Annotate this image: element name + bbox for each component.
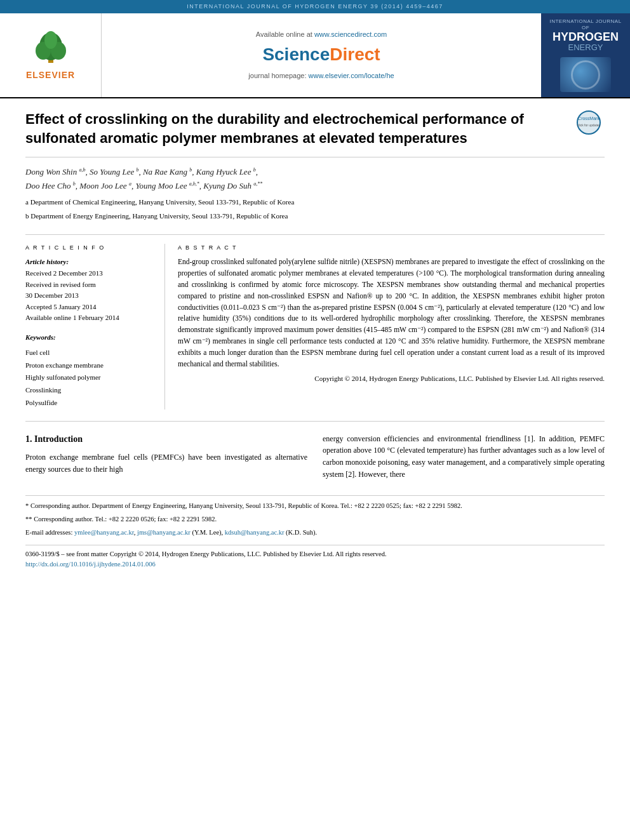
email-kdsuh[interactable]: kdsuh@hanyang.ac.kr (225, 529, 285, 536)
journal-header-bar: INTERNATIONAL JOURNAL OF HYDROGEN ENERGY… (0, 0, 630, 13)
abstract-label: A B S T R A C T (178, 244, 605, 252)
footer-email-line: E-mail addresses: ymlee@hanyang.ac.kr, j… (25, 528, 605, 538)
received-revised: Received in revised form (25, 279, 154, 291)
info-abstract-section: A R T I C L E I N F O Article history: R… (25, 234, 605, 410)
email-jms[interactable]: jms@hanyang.ac.kr (137, 529, 191, 536)
svg-point-4 (44, 31, 57, 49)
keyword-1: Fuel cell (25, 347, 154, 359)
keyword-2: Proton exchange membrane (25, 359, 154, 372)
footer-corresponding-2: ** Corresponding author. Tel.: +82 2 222… (25, 514, 605, 525)
authors-line: Dong Won Shin a,b, So Young Lee b, Na Ra… (25, 165, 605, 193)
body-left: 1. Introduction Proton exchange membrane… (25, 433, 307, 480)
elsevier-tree-icon (25, 29, 76, 67)
journal-homepage-link[interactable]: www.elsevier.com/locate/he (309, 72, 394, 79)
email-ymlee[interactable]: ymlee@hanyang.ac.kr (74, 529, 134, 536)
crossmark-area: CrossMark click for updates (573, 110, 605, 135)
abstract-section: A B S T R A C T End-group crosslinked su… (178, 244, 605, 410)
available-online: Available online 1 February 2014 (25, 312, 154, 324)
received-revised-date: 30 December 2013 (25, 290, 154, 302)
authors-section: Dong Won Shin a,b, So Young Lee b, Na Ra… (25, 157, 605, 228)
introduction-heading: 1. Introduction (25, 433, 307, 446)
direct-text: Direct (330, 44, 380, 64)
doi-line: http://dx.doi.org/10.1016/j.ijhydene.201… (25, 559, 605, 570)
branding-area: ELSEVIER Available online at www.science… (0, 13, 630, 99)
body-right: energy conversion efficiencies and envir… (323, 433, 605, 480)
copyright-line: Copyright © 2014, Hydrogen Energy Public… (178, 374, 605, 383)
main-content: Effect of crosslinking on the durability… (0, 98, 630, 570)
issn-line: 0360-3199/$ – see front matter Copyright… (25, 549, 605, 560)
journal-cover-graphic (560, 57, 611, 92)
science-text: Science (262, 44, 330, 64)
section-divider (25, 421, 605, 422)
authors-text: Dong Won Shin a,b, So Young Lee b, Na Ra… (25, 167, 262, 190)
article-info-label: A R T I C L E I N F O (25, 244, 154, 252)
sciencedirect-link[interactable]: www.sciencedirect.com (314, 30, 387, 38)
paper-title: Effect of crosslinking on the durability… (25, 110, 560, 147)
affiliation-b: b Department of Energy Engineering, Hany… (25, 211, 605, 222)
body-content: 1. Introduction Proton exchange membrane… (25, 433, 605, 480)
journal-homepage-line: journal homepage: www.elsevier.com/locat… (248, 71, 394, 81)
article-history: Article history: Received 2 December 201… (25, 257, 154, 324)
footer-section: * Corresponding author. Department of En… (25, 495, 605, 570)
journal-cover-area: International Journal of HYDROGEN ENERGY (541, 13, 630, 98)
elsevier-logo-area: ELSEVIER (0, 13, 102, 98)
crossmark-icon: CrossMark click for updates (576, 110, 601, 135)
footer-doi-bar: 0360-3199/$ – see front matter Copyright… (25, 545, 605, 571)
svg-text:CrossMark: CrossMark (578, 116, 600, 121)
affiliation-a: a Department of Chemical Engineering, Ha… (25, 197, 605, 208)
svg-text:click for updates: click for updates (577, 123, 601, 127)
keyword-3: Highly sulfonated polymer (25, 371, 154, 384)
history-label: Article history: (25, 257, 154, 268)
intro-right-text: energy conversion efficiencies and envir… (323, 433, 605, 480)
doi-link[interactable]: http://dx.doi.org/10.1016/j.ijhydene.201… (25, 561, 156, 568)
available-online-text: Available online at www.sciencedirect.co… (256, 30, 387, 39)
abstract-text: End-group crosslinked sulfonated poly(ar… (178, 257, 605, 370)
elsevier-brand-text: ELSEVIER (26, 69, 75, 82)
sciencedirect-logo: ScienceDirect (262, 42, 380, 67)
sciencedirect-area: Available online at www.sciencedirect.co… (102, 13, 541, 98)
journal-cover-title: International Journal of HYDROGEN ENERGY (546, 18, 625, 54)
received-1: Received 2 December 2013 (25, 268, 154, 279)
footer-corresponding-1: * Corresponding author. Department of En… (25, 501, 605, 512)
journal-header-text: INTERNATIONAL JOURNAL OF HYDROGEN ENERGY… (187, 3, 443, 10)
keyword-5: Polysulfide (25, 397, 154, 410)
keywords-section: Keywords: Fuel cell Proton exchange memb… (25, 331, 154, 410)
keywords-label: Keywords: (25, 331, 154, 344)
article-info: A R T I C L E I N F O Article history: R… (25, 244, 165, 410)
intro-left-text: Proton exchange membrane fuel cells (PEM… (25, 451, 307, 475)
keyword-4: Crosslinking (25, 384, 154, 397)
accepted: Accepted 5 January 2014 (25, 302, 154, 313)
title-section: Effect of crosslinking on the durability… (25, 98, 605, 157)
